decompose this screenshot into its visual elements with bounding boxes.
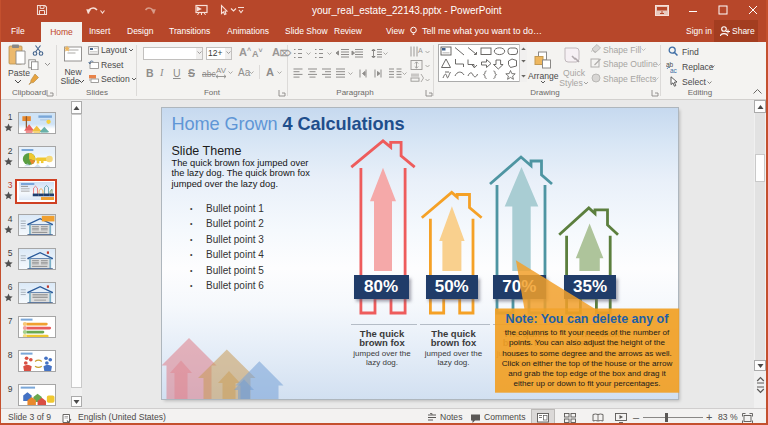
svg-text:A: A (418, 47, 423, 54)
svg-text:ac: ac (670, 67, 678, 74)
